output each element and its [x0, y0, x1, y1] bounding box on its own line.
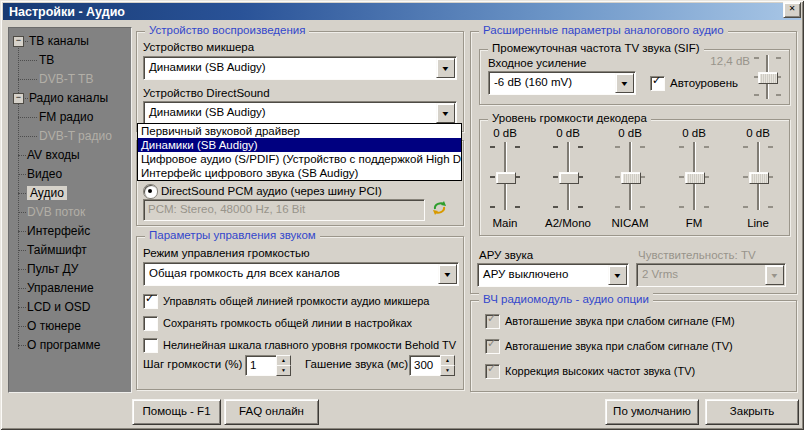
- slider-tick: [679, 176, 684, 178]
- defaults-button[interactable]: По умолчанию: [605, 399, 699, 425]
- slider-name: NICAM: [602, 217, 658, 229]
- sidebar-item[interactable]: −ТВ каналы: [9, 32, 131, 51]
- dropdown-button[interactable]: ▼: [436, 58, 455, 78]
- group-playback-device: Устройство воспроизведения Устройство ми…: [136, 31, 464, 132]
- volume-step-input[interactable]: 1: [245, 355, 278, 376]
- help-button-label: Помощь - F1: [142, 405, 210, 417]
- slider-value: 0 dB: [477, 127, 533, 139]
- tree-expander-minus-icon[interactable]: −: [13, 36, 24, 47]
- slider-tick: [615, 176, 620, 178]
- close-button[interactable]: ✕: [783, 2, 801, 18]
- triangle-up-icon: ▲: [445, 358, 450, 363]
- agc-select[interactable]: АРУ выключено ▼: [477, 263, 629, 287]
- tree-connector: [18, 60, 37, 61]
- dropdown-button[interactable]: ▼: [436, 103, 455, 123]
- sidebar-item[interactable]: ТВ: [9, 51, 131, 70]
- dropdown-option[interactable]: Динамики (SB Audigy): [138, 138, 461, 152]
- slider-tick: [553, 206, 558, 208]
- chevron-down-icon: ▼: [441, 110, 451, 117]
- checkbox-label: Управлять общей линией громкости аудио м…: [163, 295, 429, 307]
- sidebar-item[interactable]: Аудио: [9, 184, 131, 203]
- dropdown-option[interactable]: Первичный звуковой драйвер: [138, 124, 461, 138]
- dropdown-button[interactable]: ▼: [608, 265, 627, 285]
- chevron-down-icon: ▼: [443, 271, 453, 278]
- dropdown-option[interactable]: Интерфейс цифрового звука (SB Audigy): [138, 166, 461, 180]
- tree-connector: [18, 193, 26, 194]
- mixer-device-select[interactable]: Динамики (SB Audigy) ▼: [143, 56, 457, 80]
- checkbox: ✓: [485, 339, 500, 354]
- directsound-pcm-radio[interactable]: [143, 184, 158, 199]
- tree-connector: [18, 345, 26, 346]
- checkbox-label: Автогашение звука при слабом сигнале (TV…: [505, 340, 733, 352]
- check-icon: ✓: [487, 337, 496, 350]
- spin-down-button[interactable]: ▼: [440, 365, 455, 376]
- volume-step-stepper[interactable]: ▲ ▼: [276, 355, 289, 374]
- slider-tick: [743, 176, 748, 178]
- slider-thumb[interactable]: [496, 172, 516, 184]
- group-title: Параметры управления звуком: [145, 229, 320, 241]
- decoder-slider: 0 dBMain: [477, 122, 533, 234]
- tree-connector: [18, 326, 26, 327]
- checkbox-label: Коррекция высоких частот звука (TV): [505, 365, 695, 377]
- directsound-device-select[interactable]: Динамики (SB Audigy) ▼: [143, 101, 457, 125]
- dropdown-button[interactable]: ▼: [438, 264, 457, 284]
- sif-level-slider-thumb[interactable]: [758, 72, 778, 84]
- input-gain-select[interactable]: -6 dB (160 mV) ▼: [488, 71, 636, 95]
- spin-down-button[interactable]: ▼: [276, 365, 291, 376]
- swap-arrows-icon[interactable]: [431, 199, 448, 216]
- faq-online-button[interactable]: FAQ онлайн: [224, 399, 319, 425]
- volume-mode-select[interactable]: Общая громкость для всех каналов ▼: [143, 262, 459, 286]
- settings-dialog: Настройки - Аудио ✕ −ТВ каналыТВDVB-T ТВ…: [0, 0, 804, 430]
- sensitivity-label: Чувствительность: TV: [638, 249, 756, 261]
- sensitivity-select: 2 Vrms ▼: [636, 263, 786, 287]
- slider-value: 0 dB: [602, 127, 658, 139]
- sidebar-item[interactable]: LCD и OSD: [9, 298, 131, 317]
- sidebar-item[interactable]: О тюнере: [9, 317, 131, 336]
- sidebar-item[interactable]: Пульт ДУ: [9, 260, 131, 279]
- sidebar-item[interactable]: О программе: [9, 336, 131, 355]
- slider-tick: [515, 206, 520, 208]
- sidebar-item[interactable]: −Радио каналы: [9, 89, 131, 108]
- dropdown-option[interactable]: Цифровое аудио (S/PDIF) (Устройство с по…: [138, 152, 461, 166]
- sidebar-item[interactable]: Интерфейс: [9, 222, 131, 241]
- checkbox[interactable]: [143, 316, 158, 331]
- slider-tick: [704, 206, 709, 208]
- slider-thumb[interactable]: [559, 172, 579, 184]
- sidebar-item[interactable]: Таймшифт: [9, 241, 131, 260]
- slider-tick: [754, 57, 759, 59]
- slider-tick: [615, 146, 620, 148]
- group-decoder-volume: Уровень громкости декодера 0 dBMain0 dBA…: [479, 119, 790, 236]
- titlebar[interactable]: Настройки - Аудио: [3, 3, 801, 20]
- dropdown-button[interactable]: ▼: [615, 73, 634, 93]
- close-dialog-button[interactable]: Закрыть: [705, 399, 799, 425]
- help-button[interactable]: Помощь - F1: [132, 399, 221, 425]
- slider-tick: [553, 146, 558, 148]
- mute-time-stepper[interactable]: ▲ ▼: [440, 355, 453, 374]
- checkbox[interactable]: ✓: [143, 294, 158, 309]
- sidebar-item-label: Интерфейс: [27, 224, 90, 238]
- sidebar-item-label: LCD и OSD: [27, 300, 90, 314]
- sidebar-item-label: Радио каналы: [29, 91, 108, 105]
- sidebar-item-label: DVB поток: [27, 205, 85, 219]
- volume-mode-label: Режим управления громкостью: [143, 247, 310, 259]
- slider-tick: [490, 176, 495, 178]
- mute-time-input[interactable]: 300: [409, 355, 442, 376]
- tree-connector: [18, 269, 26, 270]
- group-rf-module-audio: ВЧ радиомодуль - аудио опции ✓Автогашени…: [470, 300, 797, 392]
- mixer-device-label: Устройство микшера: [143, 41, 254, 53]
- checkbox[interactable]: [143, 338, 158, 353]
- sidebar-item[interactable]: FM радио: [9, 108, 131, 127]
- slider-value: 0 dB: [730, 127, 786, 139]
- directsound-dropdown-list[interactable]: Первичный звуковой драйверДинамики (SB A…: [137, 123, 462, 181]
- pcm-format-value: PCM: Stereo, 48000 Hz, 16 Bit: [148, 203, 305, 215]
- slider-thumb: [749, 172, 769, 184]
- sidebar-item-label: ТВ: [39, 53, 54, 67]
- sidebar-item[interactable]: Видео: [9, 165, 131, 184]
- autolevel-checkbox[interactable]: ✓: [650, 76, 665, 91]
- slider-name: Line: [730, 217, 786, 229]
- sidebar-item[interactable]: AV входы: [9, 146, 131, 165]
- sidebar-item[interactable]: Управление: [9, 279, 131, 298]
- tree-connector: [18, 231, 26, 232]
- tree-expander-minus-icon[interactable]: −: [13, 93, 24, 104]
- directsound-device-label: Устройство DirectSound: [143, 87, 270, 99]
